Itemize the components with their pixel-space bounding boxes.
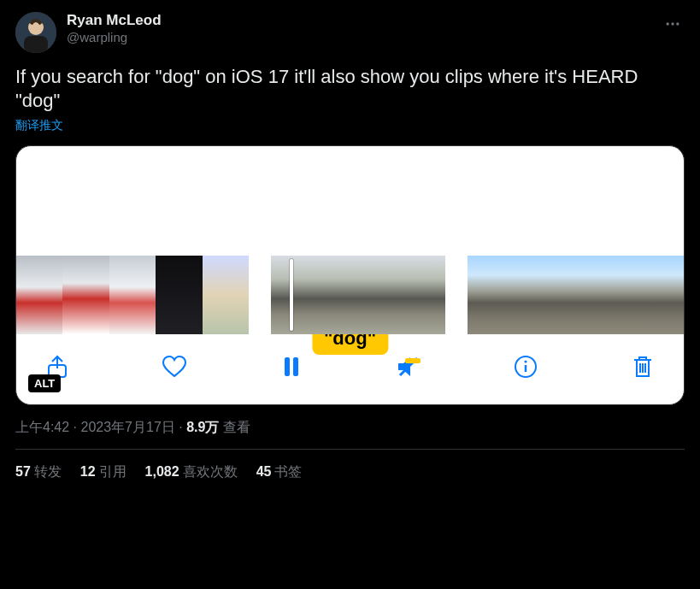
filmstrip (16, 256, 684, 334)
tweet-meta: 上午4:42 · 2023年7月17日 · 8.9万 查看 (15, 419, 685, 437)
media-card[interactable]: "dog" (15, 145, 685, 405)
tweet-header: Ryan McLeod @warpling (15, 12, 685, 53)
info-icon[interactable] (510, 351, 541, 382)
retweets[interactable]: 57转发 (15, 463, 62, 481)
heart-icon[interactable] (159, 351, 190, 382)
svg-point-4 (671, 22, 674, 25)
frame (16, 256, 62, 334)
frame (503, 256, 539, 334)
frame (540, 256, 576, 334)
tweet-stats: 57转发 12引用 1,082喜欢次数 45书签 (15, 450, 685, 481)
svg-point-5 (676, 22, 679, 25)
time[interactable]: 上午4:42 (15, 420, 69, 434)
views-label: 查看 (219, 420, 250, 434)
handle[interactable]: @warpling (67, 29, 162, 46)
frame (109, 256, 156, 334)
mute-icon[interactable] (393, 351, 424, 382)
likes[interactable]: 1,082喜欢次数 (145, 463, 238, 481)
svg-rect-8 (293, 357, 298, 376)
avatar[interactable] (15, 12, 56, 53)
svg-point-12 (524, 360, 526, 362)
clip-3[interactable] (468, 256, 684, 334)
date[interactable]: 2023年7月17日 (80, 420, 174, 434)
clip-2[interactable] (271, 256, 445, 334)
clip-1[interactable] (16, 256, 249, 334)
playhead[interactable] (290, 259, 293, 331)
svg-rect-7 (285, 357, 290, 376)
more-button[interactable] (661, 12, 685, 36)
frame (576, 256, 612, 334)
media-inner: "dog" (16, 256, 684, 404)
bookmarks[interactable]: 45书签 (256, 463, 303, 481)
alt-badge[interactable]: ALT (28, 374, 61, 392)
views-count: 8.9万 (186, 420, 219, 434)
frame (648, 256, 684, 334)
frame (203, 256, 249, 334)
frame (612, 256, 648, 334)
frame (358, 256, 402, 334)
frame (156, 256, 202, 334)
svg-point-3 (667, 22, 669, 25)
frame (402, 256, 445, 334)
frame (315, 256, 358, 334)
tooltip-marker (405, 358, 421, 363)
display-name[interactable]: Ryan McLeod (67, 12, 162, 29)
frame (468, 256, 503, 334)
trash-icon[interactable] (627, 351, 658, 382)
pause-icon[interactable] (276, 351, 307, 382)
tweet-body: If you search for "dog" on iOS 17 it'll … (15, 65, 685, 113)
svg-rect-2 (24, 36, 48, 53)
translate-link[interactable]: 翻译推文 (15, 118, 685, 133)
quotes[interactable]: 12引用 (80, 463, 126, 481)
frame (62, 256, 109, 334)
author-names: Ryan McLeod @warpling (67, 12, 162, 46)
tweet-container: Ryan McLeod @warpling If you search for … (0, 0, 700, 481)
